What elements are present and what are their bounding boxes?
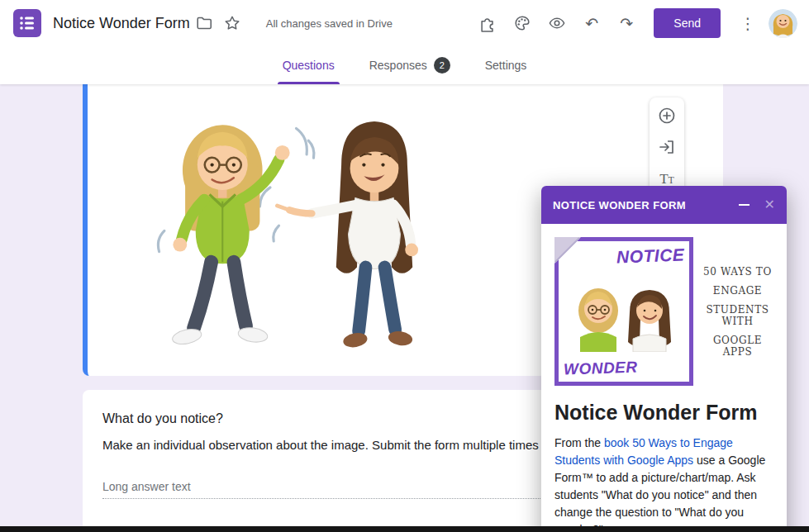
popup-heading: Notice Wonder Form <box>554 401 773 425</box>
send-button[interactable]: Send <box>654 8 721 38</box>
cover-wonder-text: WONDER <box>564 358 638 378</box>
minimize-icon[interactable] <box>739 204 750 206</box>
responses-count-badge: 2 <box>434 57 450 74</box>
preview-eye-icon[interactable] <box>543 9 571 37</box>
close-icon[interactable]: ✕ <box>764 198 775 211</box>
add-question-icon[interactable] <box>656 105 678 126</box>
google-forms-app: Notice Wonder Form All changes saved in … <box>0 0 809 532</box>
cover-side-text: 50 Ways to Engage Students with Google A… <box>702 237 773 386</box>
tab-bar: Questions Responses2 Settings <box>0 46 809 84</box>
notice-wonder-popup: NOTICE WONDER FORM ✕ NOTICE <box>541 186 787 532</box>
tab-questions[interactable]: Questions <box>278 46 340 84</box>
popup-title: NOTICE WONDER FORM <box>553 199 739 211</box>
theme-palette-icon[interactable] <box>508 9 536 37</box>
undo-icon[interactable]: ↶ <box>578 9 606 37</box>
form-title[interactable]: Notice Wonder Form <box>53 15 190 32</box>
page-fold-icon <box>554 237 581 264</box>
redo-icon[interactable]: ↷ <box>612 9 640 37</box>
cover-bitmoji-faces <box>570 276 678 352</box>
top-bar: Notice Wonder Form All changes saved in … <box>0 0 809 46</box>
header-actions: ↶ ↷ Send ⋮ <box>474 8 797 38</box>
save-status[interactable]: All changes saved in Drive <box>266 17 393 30</box>
popup-titlebar[interactable]: NOTICE WONDER FORM ✕ <box>541 186 787 224</box>
cover-row: NOTICE <box>554 237 773 386</box>
star-icon[interactable] <box>218 9 246 37</box>
import-questions-icon[interactable] <box>656 136 678 158</box>
popup-paragraph: From the book 50 Ways to Engage Students… <box>554 435 776 532</box>
account-avatar[interactable] <box>769 9 797 38</box>
forms-logo-icon[interactable] <box>13 9 41 37</box>
bitmoji-image <box>106 88 569 365</box>
form-editor-canvas: TT What do you notice? Make an individua… <box>0 84 809 532</box>
tab-settings[interactable]: Settings <box>480 46 532 84</box>
book-cover-image: NOTICE <box>554 237 693 386</box>
bottom-edge <box>0 526 809 532</box>
cover-notice-text: NOTICE <box>616 245 684 268</box>
popup-body: NOTICE <box>541 224 787 532</box>
addons-puzzle-icon[interactable] <box>474 9 502 37</box>
more-menu-icon[interactable]: ⋮ <box>734 9 762 37</box>
tab-responses[interactable]: Responses2 <box>364 46 455 84</box>
folder-icon[interactable] <box>190 9 218 37</box>
